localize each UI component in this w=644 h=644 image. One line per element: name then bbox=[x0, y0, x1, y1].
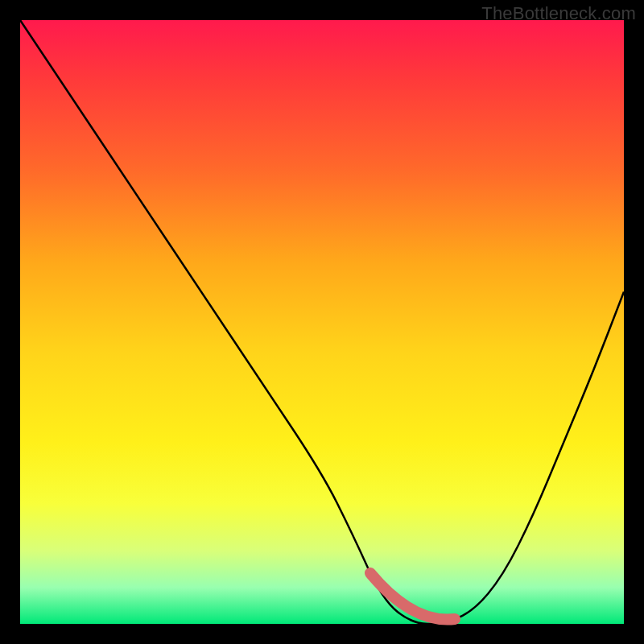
bottleneck-chart bbox=[20, 20, 624, 624]
watermark-text: TheBottleneck.com bbox=[481, 3, 636, 24]
bottleneck-curve-path bbox=[20, 20, 624, 624]
